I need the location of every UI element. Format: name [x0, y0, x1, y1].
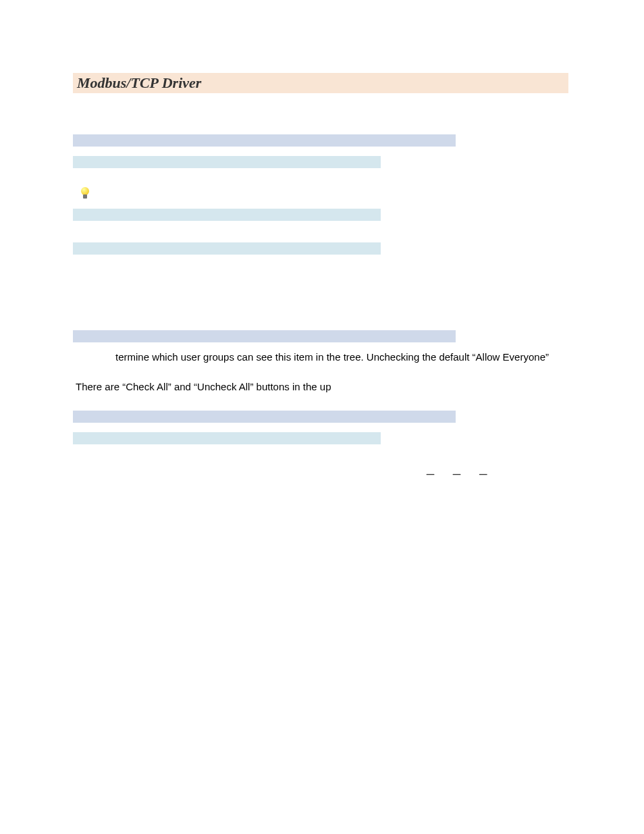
body-line-1: termine which user groups can see this i… [115, 350, 549, 364]
document-page: Modbus/TCP Driver termine which user gro… [0, 0, 644, 834]
body-line-2: There are “Check All” and “Uncheck All” … [76, 380, 331, 394]
heading-band-2 [73, 330, 456, 342]
underscore-marks: ___ [427, 460, 506, 475]
section-title-text: Modbus/TCP Driver [77, 74, 201, 91]
subheading-band-1 [73, 156, 381, 168]
lightbulb-icon [79, 187, 91, 201]
heading-band-3 [73, 411, 456, 423]
heading-band-1 [73, 134, 456, 147]
subheading-band-4 [73, 432, 381, 444]
section-title: Modbus/TCP Driver [73, 73, 568, 93]
subheading-band-3 [73, 242, 381, 255]
subheading-band-2 [73, 209, 381, 221]
